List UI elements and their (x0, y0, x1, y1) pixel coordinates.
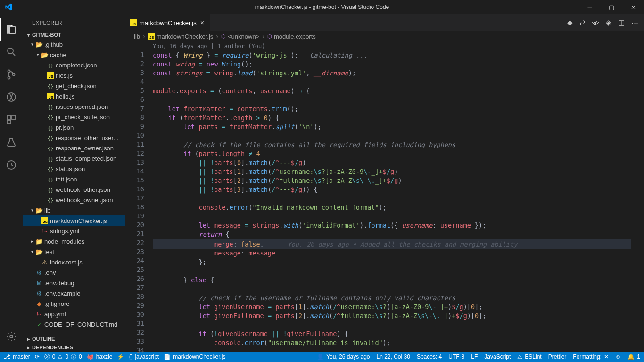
close-button[interactable]: ✕ (622, 0, 644, 14)
tab-bar: JS markdownChecker.js × ◆ ⇄ 👁 ◈ ◫ ⋯ (125, 14, 644, 31)
status-eslint[interactable]: ⚠ESLint (517, 354, 541, 360)
file-item[interactable]: tett.json (23, 174, 125, 184)
file-env-example[interactable]: ⚙.env.example (23, 288, 125, 298)
folder-cache[interactable]: ▾📂cache (23, 49, 125, 60)
overview-ruler[interactable] (637, 41, 644, 352)
breadcrumb[interactable]: lib› JSmarkdownChecker.js› ⬡<unknown>› ⬡… (125, 31, 644, 41)
warning-icon: ⚠ (58, 354, 63, 360)
status-spaces[interactable]: Spaces: 4 (417, 354, 442, 360)
file-item[interactable]: JSfiles.js (23, 70, 125, 81)
folder-lib[interactable]: ▾📂lib (23, 205, 125, 215)
activity-remote[interactable] (0, 154, 23, 176)
person-icon: 👤 (317, 354, 324, 360)
tab-markdownchecker[interactable]: JS markdownChecker.js × (125, 14, 210, 31)
status-problems[interactable]: ⓧ0 ⚠0 ⓘ0 (44, 353, 82, 361)
dependencies-section[interactable]: ▸DEPENDENCIES (23, 343, 125, 352)
status-formatting[interactable]: Formatting:✕ (573, 354, 609, 360)
file-item[interactable]: JShello.js (23, 91, 125, 101)
status-blame[interactable]: 👤You, 26 days ago (317, 354, 370, 360)
more-icon[interactable]: ⋯ (631, 18, 638, 27)
minimize-button[interactable]: ─ (579, 0, 601, 14)
vscode-logo-icon (0, 3, 17, 11)
error-icon: ⓧ (44, 353, 50, 361)
code-content[interactable]: You, 16 days ago | 1 author (You) const … (153, 41, 631, 352)
status-position[interactable]: Ln 22, Col 30 (377, 354, 410, 360)
folder-github[interactable]: ▾📂.github (23, 39, 125, 49)
tab-label: markdownChecker.js (140, 19, 197, 26)
status-sync[interactable]: ⟳ (35, 354, 40, 360)
branch-icon: ⎇ (4, 354, 10, 360)
activity-settings[interactable] (0, 325, 23, 348)
folder-node-modules[interactable]: ▸📁node_modules (23, 236, 125, 247)
status-file[interactable]: 📄markdownChecker.js (164, 354, 225, 360)
diff-icon[interactable]: ◈ (606, 18, 611, 27)
file-app-yml[interactable]: !~app.yml (23, 309, 125, 319)
titlebar: markdownChecker.js - gitme-bot - Visual … (0, 0, 644, 14)
activity-search[interactable] (0, 41, 23, 63)
file-tree: ▾📂.github ▾📂cache completed.json JSfiles… (23, 39, 125, 335)
svg-point-0 (8, 48, 13, 54)
preview-icon[interactable]: 👁 (592, 19, 599, 27)
file-env[interactable]: ⚙.env (23, 267, 125, 278)
file-item[interactable]: webhook_owner.json (23, 195, 125, 205)
status-feedback[interactable]: ☺ (615, 354, 621, 360)
activity-explorer[interactable] (0, 18, 23, 41)
file-item[interactable]: status.json (23, 164, 125, 174)
svg-rect-5 (7, 115, 11, 119)
status-bar: ⎇master ⟳ ⓧ0 ⚠0 ⓘ0 🐙haxzie ⚡ {}javascrip… (0, 352, 644, 362)
editor-area: JS markdownChecker.js × ◆ ⇄ 👁 ◈ ◫ ⋯ lib›… (125, 14, 644, 352)
file-item[interactable]: status_completed.json (23, 153, 125, 164)
file-item[interactable]: webhook_other.json (23, 184, 125, 195)
svg-point-9 (10, 335, 13, 338)
status-encoding[interactable]: UTF-8 (448, 354, 464, 360)
file-item[interactable]: pr.json (23, 122, 125, 132)
file-item[interactable]: pr_check_suite.json (23, 112, 125, 122)
file-item[interactable]: issues.opened.json (23, 101, 125, 112)
open-changes-icon[interactable]: ⇄ (579, 18, 586, 27)
editor-actions: ◆ ⇄ 👁 ◈ ◫ ⋯ (567, 14, 644, 31)
file-item[interactable]: resposne_owner.json (23, 143, 125, 153)
status-prettier[interactable]: Prettier (548, 354, 567, 360)
activity-extensions[interactable] (0, 108, 23, 131)
svg-rect-6 (12, 115, 16, 119)
activity-debug[interactable] (0, 86, 23, 108)
status-branch[interactable]: ⎇master (4, 354, 30, 360)
explorer-sidebar: EXPLORER ▾GITME-BOT ▾📂.github ▾📂cache co… (23, 14, 125, 352)
file-item[interactable]: get_check.json (23, 81, 125, 91)
status-user[interactable]: 🐙haxzie (87, 354, 113, 360)
outline-section[interactable]: ▸OUTLINE (23, 335, 125, 343)
file-env-debug[interactable]: 🗎.env.debug (23, 278, 125, 288)
file-index-test[interactable]: ⚠index.test.js (23, 257, 125, 267)
activity-test[interactable] (0, 131, 23, 154)
file-item[interactable]: completed.json (23, 60, 125, 70)
file-markdownchecker[interactable]: JSmarkdownChecker.js (23, 215, 125, 226)
activity-bar (0, 14, 23, 352)
github-icon: 🐙 (87, 354, 94, 360)
file-code-of-conduct[interactable]: ✓CODE_OF_CONDUCT.md (23, 319, 125, 329)
sync-icon: ⟳ (35, 354, 40, 360)
status-lightning[interactable]: ⚡ (117, 354, 124, 360)
status-notifications[interactable]: 🔔1 (627, 354, 640, 360)
svg-point-3 (13, 74, 15, 76)
compare-icon[interactable]: ◆ (567, 18, 573, 27)
status-eol[interactable]: LF (471, 354, 478, 360)
file-strings-yml[interactable]: !~strings.yml (23, 226, 125, 236)
maximize-button[interactable]: ▢ (601, 0, 622, 14)
bell-icon: 🔔 (627, 354, 635, 360)
file-icon: 📄 (164, 354, 171, 360)
code-editor[interactable]: 1234567891011121314151617181920212223242… (125, 41, 644, 352)
svg-rect-7 (7, 120, 11, 124)
file-gitignore[interactable]: ◆.gitignore (23, 298, 125, 309)
status-mode[interactable]: JavaScript (484, 354, 511, 360)
window-title: markdownChecker.js - gitme-bot - Visual … (255, 4, 389, 10)
info-icon: ⓘ (71, 353, 76, 361)
tab-close-icon[interactable]: × (199, 19, 205, 26)
folder-test[interactable]: ▾📂test (23, 247, 125, 257)
svg-point-1 (8, 70, 10, 73)
minimap[interactable] (631, 41, 637, 352)
file-item[interactable]: response_other_user... (23, 132, 125, 143)
explorer-title: EXPLORER (23, 14, 125, 31)
split-icon[interactable]: ◫ (618, 18, 625, 27)
activity-scm[interactable] (0, 63, 23, 86)
project-header[interactable]: ▾GITME-BOT (23, 31, 125, 39)
